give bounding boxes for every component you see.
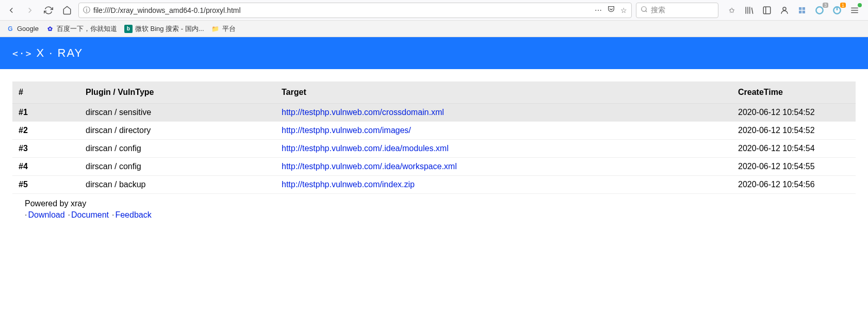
cell-target: http://testphp.vulnweb.com/.idea/workspa…	[275, 158, 732, 176]
cell-id: #2	[12, 122, 79, 140]
svg-rect-5	[803, 7, 805, 10]
page-actions-icon[interactable]: ⋯	[595, 6, 602, 14]
menu-update-dot	[858, 3, 862, 7]
cell-plugin: dirscan / config	[79, 158, 275, 176]
cell-target: http://testphp.vulnweb.com/crossdomain.x…	[275, 104, 732, 122]
cell-plugin: dirscan / backup	[79, 176, 275, 194]
cell-time: 2020-06-12 10:54:54	[732, 140, 856, 158]
target-link[interactable]: http://testphp.vulnweb.com/images/	[282, 126, 411, 135]
svg-point-3	[783, 7, 786, 10]
browser-toolbar: ⓘ file:///D:/xray_windows_amd64-0.1/prox…	[0, 0, 868, 21]
dot-separator: ·	[68, 210, 70, 219]
footer-links: ·Download·Document·Feedback	[25, 210, 843, 220]
bookmark-icon: 📁	[211, 25, 220, 33]
cell-target: http://testphp.vulnweb.com/.idea/modules…	[275, 140, 732, 158]
pocket-icon[interactable]	[607, 5, 615, 15]
footer: Powered by xray ·Download·Document·Feedb…	[12, 194, 856, 225]
bookmark-item[interactable]: ✿百度一下，你就知道	[46, 24, 117, 34]
header-time: CreateTime	[732, 81, 856, 104]
info-icon[interactable]: ⓘ	[83, 6, 90, 15]
target-link[interactable]: http://testphp.vulnweb.com/crossdomain.x…	[282, 108, 444, 117]
bookmark-label: 百度一下，你就知道	[57, 24, 117, 34]
powered-by: Powered by xray	[25, 199, 843, 208]
svg-rect-4	[799, 7, 801, 10]
account-icon[interactable]	[778, 4, 791, 17]
dot-separator: ·	[112, 210, 114, 219]
bookmark-item[interactable]: 📁平台	[211, 24, 236, 34]
cell-time: 2020-06-12 10:54:52	[732, 122, 856, 140]
search-icon	[641, 6, 648, 14]
search-box[interactable]: 搜索	[636, 3, 718, 18]
logo-icon: <·>	[12, 48, 32, 59]
vuln-table: # Plugin / VulnType Target CreateTime #1…	[12, 81, 856, 194]
toolbar-icons: ✩ 3 1	[723, 4, 864, 17]
cell-plugin: dirscan / directory	[79, 122, 275, 140]
home-button[interactable]	[60, 3, 74, 18]
header-plugin: Plugin / VulnType	[79, 81, 275, 104]
cell-id: #3	[12, 140, 79, 158]
extension-2-icon[interactable]: 3	[813, 4, 826, 17]
cell-id: #4	[12, 158, 79, 176]
table-header-row: # Plugin / VulnType Target CreateTime	[12, 81, 856, 104]
dot-separator: ·	[25, 210, 27, 219]
reload-button[interactable]	[41, 3, 56, 18]
table-row[interactable]: #4dirscan / confighttp://testphp.vulnweb…	[12, 158, 856, 176]
header-target: Target	[275, 81, 732, 104]
extension-3-badge: 1	[840, 3, 846, 8]
bookmark-icon: G	[6, 25, 14, 33]
url-text: file:///D:/xray_windows_amd64-0.1/proxyl…	[93, 6, 592, 14]
footer-link[interactable]: Document	[71, 210, 109, 219]
target-link[interactable]: http://testphp.vulnweb.com/index.zip	[282, 180, 415, 189]
target-link[interactable]: http://testphp.vulnweb.com/.idea/modules…	[282, 144, 449, 153]
extension-1-icon[interactable]	[796, 4, 808, 17]
url-bar[interactable]: ⓘ file:///D:/xray_windows_amd64-0.1/prox…	[78, 3, 632, 18]
sidebar-icon[interactable]	[761, 4, 773, 17]
target-link[interactable]: http://testphp.vulnweb.com/.idea/workspa…	[282, 162, 457, 171]
cell-time: 2020-06-12 10:54:52	[732, 104, 856, 122]
table-row[interactable]: #1dirscan / sensitivehttp://testphp.vuln…	[12, 104, 856, 122]
cell-plugin: dirscan / config	[79, 140, 275, 158]
svg-rect-1	[763, 7, 771, 14]
svg-point-0	[642, 7, 646, 11]
logo-text: X · RAY	[37, 46, 84, 60]
star-icon[interactable]: ☆	[620, 6, 627, 14]
svg-rect-6	[799, 10, 801, 13]
url-actions: ⋯ ☆	[595, 5, 627, 15]
cell-id: #5	[12, 176, 79, 194]
footer-link[interactable]: Feedback	[115, 210, 151, 219]
bookmark-icon: b	[124, 25, 133, 33]
header-id: #	[12, 81, 79, 104]
bookmark-label: 微软 Bing 搜索 - 国内...	[135, 24, 204, 34]
cell-target: http://testphp.vulnweb.com/images/	[275, 122, 732, 140]
library-icon[interactable]	[743, 4, 756, 17]
search-placeholder: 搜索	[651, 6, 665, 15]
bookmark-item[interactable]: GGoogle	[6, 25, 39, 33]
extension-3-icon[interactable]: 1	[831, 4, 843, 17]
xray-logo: <·> X · RAY	[12, 46, 856, 60]
table-row[interactable]: #2dirscan / directoryhttp://testphp.vuln…	[12, 122, 856, 140]
bookmarks-bar: GGoogle✿百度一下，你就知道b微软 Bing 搜索 - 国内...📁平台	[0, 21, 868, 37]
bookmark-item[interactable]: b微软 Bing 搜索 - 国内...	[124, 24, 204, 34]
menu-icon[interactable]	[848, 4, 861, 17]
forward-button[interactable]	[23, 3, 37, 18]
content: # Plugin / VulnType Target CreateTime #1…	[0, 69, 868, 237]
bookmark-label: 平台	[222, 24, 236, 34]
bookmarks-star-icon[interactable]: ✩	[726, 4, 738, 17]
bookmark-label: Google	[17, 25, 39, 32]
svg-rect-7	[803, 10, 805, 13]
table-row[interactable]: #3dirscan / confighttp://testphp.vulnweb…	[12, 140, 856, 158]
extension-2-badge: 3	[823, 3, 828, 8]
cell-time: 2020-06-12 10:54:56	[732, 176, 856, 194]
cell-id: #1	[12, 104, 79, 122]
cell-target: http://testphp.vulnweb.com/index.zip	[275, 176, 732, 194]
cell-time: 2020-06-12 10:54:55	[732, 158, 856, 176]
footer-link[interactable]: Download	[28, 210, 64, 219]
svg-point-8	[816, 7, 823, 13]
table-row[interactable]: #5dirscan / backuphttp://testphp.vulnweb…	[12, 176, 856, 194]
back-button[interactable]	[4, 3, 19, 18]
page-header: <·> X · RAY	[0, 37, 868, 69]
bookmark-icon: ✿	[46, 25, 54, 33]
cell-plugin: dirscan / sensitive	[79, 104, 275, 122]
